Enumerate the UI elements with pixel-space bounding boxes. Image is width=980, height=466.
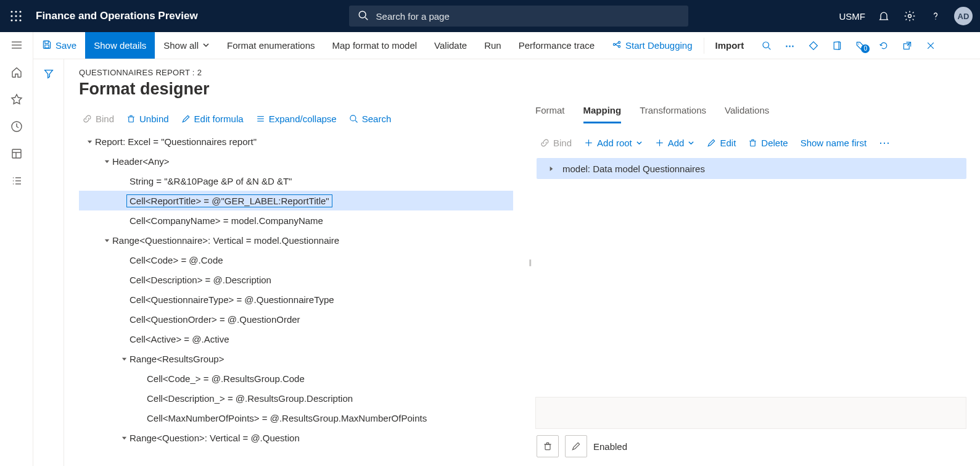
tag-icon[interactable]: 0 [849, 41, 872, 51]
tree-node[interactable]: Report: Excel = "Questionnaires report" [79, 131, 513, 151]
show-all-button[interactable]: Show all [155, 32, 218, 59]
tree-node[interactable]: Cell<Description_> = @.ResultsGroup.Desc… [79, 388, 513, 408]
map-format-button[interactable]: Map format to model [324, 32, 426, 59]
tree-node[interactable]: Range<Questionnaire>: Vertical = model.Q… [79, 230, 513, 250]
unbind-button[interactable]: Unbind [126, 114, 169, 124]
tree-node[interactable]: Header<Any> [79, 151, 513, 171]
tree-scroll[interactable]: Report: Excel = "Questionnaires report"H… [79, 131, 525, 466]
filter-column [33, 59, 64, 466]
tree-wrap: Report: Excel = "Questionnaires report"H… [79, 131, 525, 466]
chevron-down-icon [688, 139, 694, 146]
mapping-row-label: model: Data model Questionnaires [562, 164, 705, 174]
notifications-icon[interactable] [876, 9, 891, 23]
show-name-first-button[interactable]: Show name first [801, 138, 867, 148]
run-button[interactable]: Run [476, 32, 510, 59]
chevron-down-icon[interactable] [101, 158, 112, 165]
workspaces-icon[interactable] [10, 147, 23, 160]
tab-mapping[interactable]: Mapping [583, 100, 622, 123]
popout-icon[interactable] [896, 41, 919, 51]
tree-node-label: Cell<Description_> = @.ResultsGroup.Desc… [147, 393, 353, 404]
tree-node[interactable]: Range<Question>: Vertical = @.Question [79, 428, 513, 447]
chevron-down-icon[interactable] [84, 138, 95, 145]
refresh-icon[interactable] [872, 41, 896, 51]
format-tree: Report: Excel = "Questionnaires report"H… [79, 131, 513, 447]
tree-node[interactable]: Cell<MaxNumberOfPoints> = @.ResultsGroup… [79, 408, 513, 428]
show-details-button[interactable]: Show details [85, 32, 155, 59]
tree-node[interactable]: Range<ResultsGroup> [79, 349, 513, 368]
tab-transformations[interactable]: Transformations [640, 100, 706, 123]
performance-trace-button[interactable]: Performance trace [510, 32, 603, 59]
mapping-pane: Format Mapping Transformations Validatio… [535, 59, 980, 466]
help-icon[interactable] [928, 9, 943, 23]
edit-formula-button[interactable]: Edit formula [181, 114, 244, 124]
chevron-right-icon [545, 165, 556, 172]
search-icon [358, 10, 369, 23]
tree-node[interactable]: String = "&R&10Page &P of &N &D &T" [79, 171, 513, 191]
home-icon[interactable] [10, 65, 23, 79]
add-root-button[interactable]: Add root [584, 138, 643, 148]
tree-search-button[interactable]: Search [349, 114, 392, 124]
validate-label: Validate [434, 40, 467, 51]
tree-node[interactable]: Cell<ReportTitle> = @"GER_LABEL:ReportTi… [79, 191, 513, 210]
tree-node-label: Report: Excel = "Questionnaires report" [95, 136, 257, 147]
save-icon [42, 40, 52, 51]
svg-point-33 [859, 43, 860, 44]
svg-point-8 [19, 19, 21, 21]
more-icon[interactable]: ⋯ [778, 40, 802, 51]
expand-collapse-button[interactable]: Expand/collapse [256, 114, 337, 124]
edit-button[interactable]: Edit [707, 138, 736, 148]
tree-node[interactable]: Cell<QuestionOrder> = @.QuestionOrder [79, 309, 513, 329]
delete-label: Delete [761, 138, 788, 148]
settings-icon[interactable] [902, 9, 917, 23]
funnel-icon[interactable] [43, 68, 54, 466]
recent-icon[interactable] [10, 120, 23, 133]
company-picker[interactable]: USMF [839, 11, 866, 22]
chevron-down-icon[interactable] [118, 435, 130, 441]
tree-node[interactable]: Cell<Code_> = @.ResultsGroup.Code [79, 368, 513, 388]
favorites-icon[interactable] [10, 93, 23, 106]
footer-delete-button[interactable] [537, 435, 559, 457]
tree-node[interactable]: Cell<Active> = @.Active [79, 329, 513, 349]
add-button[interactable]: Add [655, 138, 695, 148]
search-toolbar-icon[interactable] [755, 41, 778, 51]
save-label: Save [56, 40, 76, 51]
edit-label: Edit [720, 138, 736, 148]
footer-edit-button[interactable] [565, 435, 587, 457]
save-button[interactable]: Save [33, 32, 85, 59]
bind-label: Bind [96, 114, 114, 124]
start-debugging-button[interactable]: Start Debugging [603, 32, 701, 59]
tree-node-label: Cell<CompanyName> = model.CompanyName [130, 215, 323, 226]
close-icon[interactable] [919, 41, 942, 51]
chevron-down-icon[interactable] [101, 237, 112, 244]
svg-rect-17 [12, 149, 21, 158]
splitter[interactable]: ∥ [525, 59, 535, 466]
mapping-row[interactable]: model: Data model Questionnaires [537, 158, 966, 179]
import-button[interactable]: Import [707, 32, 753, 59]
map-more-icon[interactable]: ⋯ [879, 136, 891, 149]
hamburger-icon[interactable] [10, 38, 23, 52]
workspace: Save Show details Show all Format enumer… [33, 32, 980, 466]
global-search[interactable] [349, 6, 688, 27]
delete-button[interactable]: Delete [748, 138, 788, 148]
app-launcher-icon[interactable] [4, 4, 28, 28]
tree-node[interactable]: Cell<QuestionnaireType> = @.Questionnair… [79, 289, 513, 309]
format-enumerations-label: Format enumerations [227, 40, 315, 51]
show-details-label: Show details [94, 40, 146, 51]
tree-node[interactable]: Cell<Code> = @.Code [79, 250, 513, 270]
user-avatar[interactable]: AD [954, 7, 973, 25]
tree-node[interactable]: Cell<CompanyName> = model.CompanyName [79, 210, 513, 230]
shell: Save Show details Show all Format enumer… [0, 32, 980, 466]
search-input[interactable] [375, 10, 680, 22]
tab-validations[interactable]: Validations [725, 100, 769, 123]
attach-icon[interactable] [802, 41, 825, 51]
tab-format[interactable]: Format [535, 100, 565, 123]
chevron-down-icon[interactable] [118, 356, 130, 362]
mapping-footer: Enabled [535, 397, 966, 466]
svg-rect-48 [545, 444, 550, 450]
tree-node[interactable]: Cell<Description> = @.Description [79, 270, 513, 289]
import-label: Import [715, 40, 744, 51]
format-enumerations-button[interactable]: Format enumerations [218, 32, 324, 59]
modules-icon[interactable] [10, 174, 23, 188]
validate-button[interactable]: Validate [426, 32, 476, 59]
office-icon[interactable] [825, 41, 849, 51]
